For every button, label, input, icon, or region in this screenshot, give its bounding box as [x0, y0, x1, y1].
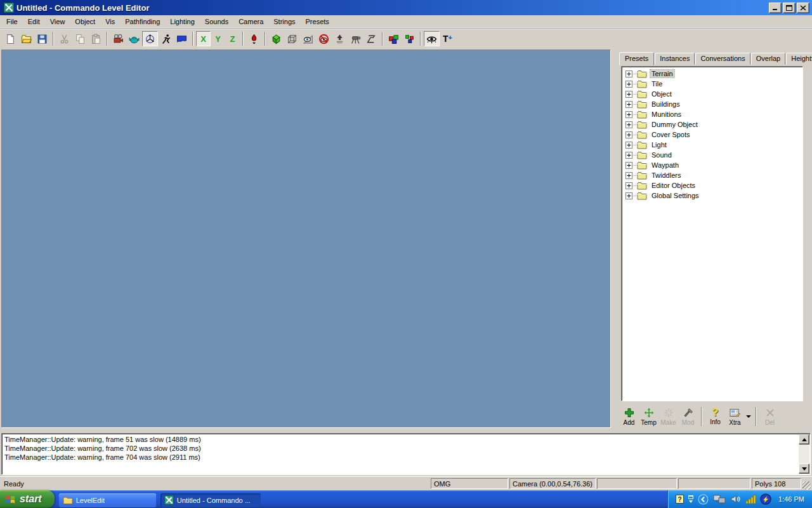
tree-item-global-settings[interactable]: Global Settings: [624, 190, 802, 201]
expand-plus-icon[interactable]: [625, 172, 632, 179]
status-bar: Ready OMG Camera (0.00,0.54,76.36) Polys…: [0, 476, 812, 490]
menu-strings[interactable]: Strings: [268, 16, 300, 27]
rgb-squares-button[interactable]: [402, 31, 417, 46]
start-button[interactable]: start: [0, 490, 55, 508]
restore-caret-icon[interactable]: [688, 495, 693, 503]
paste-button[interactable]: [88, 31, 104, 46]
task-leveledit[interactable]: LevelEdit: [59, 493, 156, 507]
tree-item-editor-objects[interactable]: Editor Objects: [624, 180, 802, 190]
movie-camera-button[interactable]: [110, 31, 126, 46]
paste-icon: [91, 34, 102, 44]
expand-plus-icon[interactable]: [625, 131, 632, 138]
open-button[interactable]: [18, 31, 34, 46]
tab-instances[interactable]: Instances: [655, 53, 695, 65]
volume-icon[interactable]: [730, 494, 741, 504]
menu-pathfinding[interactable]: Pathfinding: [120, 16, 165, 27]
axis-y-toggle[interactable]: Y: [211, 31, 225, 46]
tree-item-buildings[interactable]: Buildings: [624, 99, 802, 109]
raise-object-button[interactable]: [332, 31, 348, 46]
tree-item-object[interactable]: Object: [624, 89, 802, 99]
tree-item-dummy-object[interactable]: Dummy Object: [624, 119, 802, 130]
menu-presets[interactable]: Presets: [301, 16, 334, 27]
tab-heightfield[interactable]: Heightfield: [786, 53, 812, 65]
expand-plus-icon[interactable]: [625, 192, 632, 199]
tree-item-waypath[interactable]: Waypath: [624, 160, 802, 170]
titlebar[interactable]: Untitled - Commando Level Editor: [0, 0, 812, 15]
help-notification-icon[interactable]: ?: [676, 495, 684, 504]
menu-camera[interactable]: Camera: [233, 16, 268, 27]
minimize-button[interactable]: [769, 3, 782, 13]
hide-eye-button[interactable]: [316, 31, 332, 46]
tab-overlap[interactable]: Overlap: [751, 53, 786, 65]
clock[interactable]: 1:46 PM: [778, 495, 804, 503]
add-button[interactable]: Add: [619, 408, 639, 426]
tab-conversations[interactable]: Conversations: [695, 53, 750, 65]
scroll-up-button[interactable]: [799, 434, 809, 444]
maximize-button[interactable]: [783, 3, 796, 13]
xtra-dropdown-button[interactable]: [745, 407, 752, 426]
axis-x-toggle[interactable]: X: [196, 31, 211, 46]
resize-grip[interactable]: [802, 481, 811, 490]
menu-lighting[interactable]: Lighting: [165, 16, 200, 27]
tree-connector: [633, 114, 636, 115]
expand-plus-icon[interactable]: [625, 142, 632, 149]
expand-plus-icon[interactable]: [625, 121, 632, 128]
tree-item-terrain[interactable]: Terrain: [624, 69, 802, 79]
expand-plus-icon[interactable]: [625, 101, 632, 108]
menu-sounds[interactable]: Sounds: [200, 16, 233, 27]
tripod-camera-button[interactable]: [348, 31, 363, 46]
expand-plus-icon[interactable]: [625, 152, 632, 159]
copy-button[interactable]: [72, 31, 88, 46]
close-button[interactable]: [797, 3, 809, 13]
expand-plus-icon[interactable]: [625, 162, 632, 169]
tree-item-cover-spots[interactable]: Cover Spots: [624, 130, 802, 140]
save-button[interactable]: [34, 31, 50, 46]
power-bolt-icon[interactable]: [760, 493, 771, 505]
wireframe-cube-button[interactable]: [284, 31, 300, 46]
network-monitors-icon[interactable]: [713, 494, 726, 504]
tab-presets[interactable]: Presets: [619, 52, 654, 65]
solid-cube-button[interactable]: [268, 31, 284, 46]
menu-view[interactable]: View: [45, 16, 70, 27]
new-button[interactable]: [3, 31, 18, 46]
info-button[interactable]: ? Info: [705, 408, 725, 425]
log-scrollbar[interactable]: [799, 434, 809, 474]
rgb-cubes-button[interactable]: [386, 31, 402, 46]
viewport-canvas[interactable]: [1, 50, 611, 428]
expand-plus-icon[interactable]: [625, 70, 632, 77]
tree-item-light[interactable]: Light: [624, 140, 802, 150]
menu-file[interactable]: File: [1, 16, 23, 27]
xtra-button[interactable]: Xtra: [725, 408, 745, 426]
tree-item-munitions[interactable]: Munitions: [624, 109, 802, 119]
plumb-button[interactable]: [246, 31, 262, 46]
scroll-down-button[interactable]: [799, 464, 809, 474]
mod-button[interactable]: Mod: [678, 408, 698, 426]
task-commando-editor[interactable]: Untitled - Commando ...: [160, 493, 261, 507]
del-button[interactable]: Del: [760, 408, 780, 426]
expand-plus-icon[interactable]: [625, 81, 632, 88]
flag-button[interactable]: [174, 31, 190, 46]
teapot-button[interactable]: [126, 31, 142, 46]
axis-z-toggle[interactable]: Z: [225, 31, 240, 46]
log-output[interactable]: TimeManager::Update: warning, frame 51 w…: [1, 433, 811, 475]
cut-button[interactable]: [56, 31, 72, 46]
axis-gizmo-toggle[interactable]: [142, 31, 158, 46]
tree-item-tile[interactable]: Tile: [624, 79, 802, 89]
hide-icons-chevron[interactable]: [698, 494, 709, 505]
expand-plus-icon[interactable]: [625, 182, 632, 189]
expand-plus-icon[interactable]: [625, 91, 632, 98]
menu-edit[interactable]: Edit: [23, 16, 45, 27]
eye-toggle-button[interactable]: [424, 31, 440, 46]
tree-item-sound[interactable]: Sound: [624, 150, 802, 160]
show-eye-button[interactable]: [300, 31, 316, 46]
text-tool-button[interactable]: T+: [440, 31, 455, 46]
menu-object[interactable]: Object: [70, 16, 100, 27]
tree-item-twiddlers[interactable]: Twiddlers: [624, 170, 802, 180]
menu-vis[interactable]: Vis: [100, 16, 120, 27]
signal-strength-icon[interactable]: [745, 495, 756, 504]
polygon-button[interactable]: [363, 31, 379, 46]
expand-plus-icon[interactable]: [625, 111, 632, 118]
temp-button[interactable]: Temp: [639, 408, 658, 426]
make-button[interactable]: Make: [658, 408, 678, 426]
runner-button[interactable]: [158, 31, 174, 46]
